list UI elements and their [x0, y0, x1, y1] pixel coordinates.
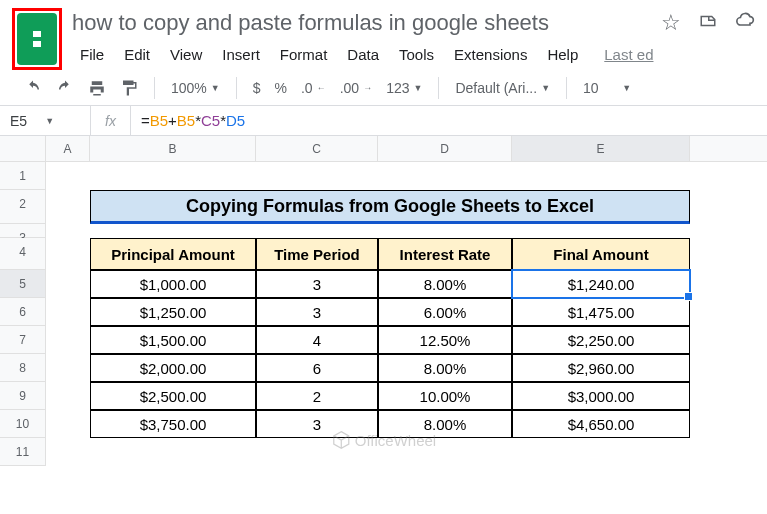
row-header[interactable]: 3	[0, 224, 46, 238]
header-final[interactable]: Final Amount	[512, 238, 690, 270]
cell[interactable]	[46, 224, 90, 238]
percent-button[interactable]: %	[275, 80, 287, 96]
cell[interactable]	[256, 438, 378, 466]
cell[interactable]	[46, 326, 90, 354]
row-header[interactable]: 6	[0, 298, 46, 326]
select-all-corner[interactable]	[0, 136, 46, 161]
currency-button[interactable]: $	[253, 80, 261, 96]
menu-data[interactable]: Data	[339, 42, 387, 67]
zoom-select[interactable]: 100% ▼	[171, 80, 220, 96]
header-rate[interactable]: Interest Rate	[378, 238, 512, 270]
cell[interactable]: $1,250.00	[90, 298, 256, 326]
cell[interactable]	[46, 298, 90, 326]
cell[interactable]: 3	[256, 410, 378, 438]
col-header-e[interactable]: E	[512, 136, 690, 161]
cell[interactable]	[256, 224, 378, 238]
cell[interactable]: $2,960.00	[512, 354, 690, 382]
font-select[interactable]: Default (Ari... ▼	[455, 80, 550, 96]
move-icon[interactable]	[699, 10, 717, 36]
row-header[interactable]: 11	[0, 438, 46, 466]
cell[interactable]	[512, 224, 690, 238]
cell[interactable]: $2,250.00	[512, 326, 690, 354]
cell[interactable]: $3,000.00	[512, 382, 690, 410]
cell[interactable]	[46, 438, 90, 466]
cell[interactable]	[256, 162, 378, 190]
menu-tools[interactable]: Tools	[391, 42, 442, 67]
sheet-title-cell[interactable]: Copying Formulas from Google Sheets to E…	[90, 190, 690, 224]
row-header[interactable]: 7	[0, 326, 46, 354]
menu-extensions[interactable]: Extensions	[446, 42, 535, 67]
col-header-c[interactable]: C	[256, 136, 378, 161]
menu-format[interactable]: Format	[272, 42, 336, 67]
cell[interactable]: 3	[256, 270, 378, 298]
cell[interactable]	[378, 224, 512, 238]
col-header-a[interactable]: A	[46, 136, 90, 161]
paint-format-icon[interactable]	[120, 79, 138, 97]
cell[interactable]: 10.00%	[378, 382, 512, 410]
header: how to copy and paste formulas in google…	[0, 0, 767, 71]
selected-cell[interactable]: $1,240.00	[512, 270, 690, 298]
header-time[interactable]: Time Period	[256, 238, 378, 270]
increase-decimal-button[interactable]: .00→	[340, 80, 372, 96]
cell[interactable]	[46, 354, 90, 382]
cell[interactable]	[46, 410, 90, 438]
star-icon[interactable]: ☆	[661, 10, 681, 36]
cell[interactable]	[512, 438, 690, 466]
redo-icon[interactable]	[56, 79, 74, 97]
menubar: File Edit View Insert Format Data Tools …	[72, 38, 755, 71]
cell[interactable]: 8.00%	[378, 410, 512, 438]
font-size-select[interactable]: 10 ▼	[583, 80, 631, 96]
cell[interactable]: $1,475.00	[512, 298, 690, 326]
cell[interactable]: $3,750.00	[90, 410, 256, 438]
format-select[interactable]: 123 ▼	[386, 80, 422, 96]
menu-view[interactable]: View	[162, 42, 210, 67]
cell[interactable]	[46, 238, 90, 270]
cell[interactable]: 8.00%	[378, 354, 512, 382]
row-header[interactable]: 4	[0, 238, 46, 270]
cell[interactable]: $1,000.00	[90, 270, 256, 298]
last-edit-link[interactable]: Last ed	[596, 42, 661, 67]
cell[interactable]	[46, 382, 90, 410]
cell[interactable]	[46, 190, 90, 224]
row-header[interactable]: 10	[0, 410, 46, 438]
cell[interactable]: $2,000.00	[90, 354, 256, 382]
cell[interactable]: $2,500.00	[90, 382, 256, 410]
cell[interactable]: 12.50%	[378, 326, 512, 354]
cell[interactable]	[90, 224, 256, 238]
cell[interactable]	[90, 438, 256, 466]
row-header[interactable]: 5	[0, 270, 46, 298]
menu-file[interactable]: File	[72, 42, 112, 67]
row-header[interactable]: 8	[0, 354, 46, 382]
cell[interactable]: $1,500.00	[90, 326, 256, 354]
row-header[interactable]: 1	[0, 162, 46, 190]
cell[interactable]: 2	[256, 382, 378, 410]
row-header[interactable]: 9	[0, 382, 46, 410]
row-header[interactable]: 2	[0, 190, 46, 224]
cell[interactable]	[46, 162, 90, 190]
name-box[interactable]: E5▼	[0, 113, 90, 129]
col-header-b[interactable]: B	[90, 136, 256, 161]
cell[interactable]: 6	[256, 354, 378, 382]
doc-title[interactable]: how to copy and paste formulas in google…	[72, 10, 549, 36]
formula-input[interactable]: =B5+B5*C5*D5	[131, 112, 255, 130]
header-principal[interactable]: Principal Amount	[90, 238, 256, 270]
decrease-decimal-button[interactable]: .0←	[301, 80, 326, 96]
cloud-status-icon[interactable]	[735, 10, 755, 36]
menu-insert[interactable]: Insert	[214, 42, 268, 67]
menu-edit[interactable]: Edit	[116, 42, 158, 67]
cell[interactable]	[378, 162, 512, 190]
cell[interactable]: 4	[256, 326, 378, 354]
cell[interactable]: 6.00%	[378, 298, 512, 326]
cell[interactable]	[46, 270, 90, 298]
print-icon[interactable]	[88, 79, 106, 97]
menu-help[interactable]: Help	[539, 42, 586, 67]
cell[interactable]: 8.00%	[378, 270, 512, 298]
undo-icon[interactable]	[24, 79, 42, 97]
cell[interactable]	[90, 162, 256, 190]
cell[interactable]	[378, 438, 512, 466]
cell[interactable]: $4,650.00	[512, 410, 690, 438]
cell[interactable]: 3	[256, 298, 378, 326]
cell[interactable]	[512, 162, 690, 190]
sheets-logo-icon[interactable]	[17, 13, 57, 65]
col-header-d[interactable]: D	[378, 136, 512, 161]
